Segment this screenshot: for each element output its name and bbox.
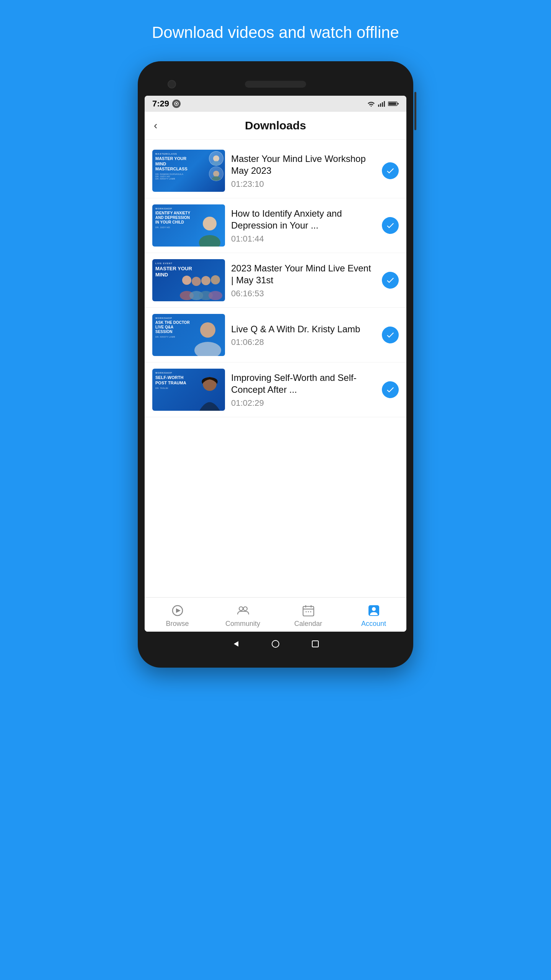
svg-rect-6	[384, 101, 385, 107]
nav-browse-label: Browse	[166, 620, 189, 628]
svg-point-35	[305, 611, 306, 612]
nav-calendar-label: Calendar	[294, 620, 322, 628]
item-title: Master Your Mind Live Workshop May 2023	[231, 153, 376, 176]
svg-point-10	[213, 155, 219, 162]
status-time: 7:29	[152, 99, 169, 109]
system-back-button[interactable]	[231, 639, 240, 648]
phone-frame: 7:29	[138, 61, 413, 668]
item-duration: 01:02:29	[231, 398, 376, 408]
phone-bottom-nav	[145, 632, 406, 652]
nav-community-label: Community	[225, 620, 260, 628]
svg-point-39	[372, 607, 376, 611]
svg-rect-42	[312, 641, 318, 647]
account-icon	[367, 604, 381, 617]
download-check-5	[382, 381, 399, 398]
phone-top	[145, 73, 406, 96]
item-info: How to Identify Anxiety and Depression i…	[231, 207, 376, 243]
svg-point-1	[176, 103, 177, 105]
item-title: 2023 Master Your Mind Live Event | May 3…	[231, 262, 376, 286]
thumbnail-2: WORKSHOP IDENTIFY ANXIETY AND DEPRESSION…	[152, 204, 225, 247]
svg-point-14	[203, 217, 217, 230]
svg-point-12	[213, 171, 219, 177]
svg-rect-5	[382, 102, 383, 107]
svg-marker-28	[176, 608, 181, 613]
svg-point-37	[310, 611, 311, 612]
svg-marker-40	[234, 641, 238, 647]
item-duration: 01:06:28	[231, 337, 376, 347]
list-item[interactable]: WORKSHOP IDENTIFY ANXIETY AND DEPRESSION…	[145, 198, 406, 253]
item-duration: 01:23:10	[231, 179, 376, 189]
list-item[interactable]: WORKSHOP SELF-WORTH POST TRAUMA DR. TASL…	[145, 363, 406, 417]
svg-point-24	[200, 322, 215, 338]
list-item[interactable]: MASTERCLASS MASTER YOUR MIND MASTERCLASS…	[145, 144, 406, 198]
nav-calendar[interactable]: Calendar	[276, 604, 341, 628]
nav-account[interactable]: Account	[341, 604, 406, 628]
thumbnail-3: LIVE EVENT MASTER YOUR MIND	[152, 259, 225, 301]
list-item[interactable]: WORKSHOP ASK THE DOCTOR LIVE Q&A SESSION…	[145, 308, 406, 363]
phone-speaker	[245, 81, 306, 88]
svg-point-2	[371, 106, 372, 107]
front-camera	[168, 80, 176, 88]
thumbnail-1: MASTERCLASS MASTER YOUR MIND MASTERCLASS…	[152, 150, 225, 192]
item-title: Live Q & A With Dr. Kristy Lamb	[231, 323, 376, 335]
svg-point-41	[272, 640, 279, 647]
thumb-title: SELF-WORTH POST TRAUMA	[155, 375, 190, 385]
svg-point-15	[199, 235, 220, 247]
svg-point-16	[182, 276, 191, 285]
community-icon	[236, 604, 250, 617]
item-info: Live Q & A With Dr. Kristy Lamb 01:06:28	[231, 323, 376, 347]
svg-point-29	[239, 607, 243, 611]
thumb-title: IDENTIFY ANXIETY AND DEPRESSION IN YOUR …	[155, 211, 192, 225]
nav-browse[interactable]: Browse	[145, 604, 210, 628]
svg-rect-4	[380, 103, 381, 107]
thumbnail-5: WORKSHOP SELF-WORTH POST TRAUMA DR. TASL…	[152, 369, 225, 411]
svg-point-20	[201, 276, 210, 285]
item-duration: 01:01:44	[231, 234, 376, 244]
svg-point-13	[212, 176, 221, 181]
bottom-nav: Browse Community	[145, 597, 406, 632]
thumbnail-4: WORKSHOP ASK THE DOCTOR LIVE Q&A SESSION…	[152, 314, 225, 356]
thumb-title: MASTER YOUR MIND MASTERCLASS	[155, 156, 190, 172]
spacer	[145, 417, 406, 494]
download-check-4	[382, 327, 399, 343]
list-item[interactable]: LIVE EVENT MASTER YOUR MIND	[145, 253, 406, 308]
phone-screen: 7:29	[145, 96, 406, 632]
nav-community[interactable]: Community	[210, 604, 276, 628]
item-info: Master Your Mind Live Workshop May 2023 …	[231, 153, 376, 189]
download-check-1	[382, 162, 399, 179]
calendar-icon	[302, 604, 315, 617]
status-app-icon	[172, 100, 181, 108]
status-icons	[367, 101, 399, 107]
svg-point-25	[194, 342, 221, 356]
svg-point-23	[209, 291, 222, 300]
signal-icon	[378, 101, 386, 107]
downloads-list: MASTERCLASS MASTER YOUR MIND MASTERCLASS…	[145, 140, 406, 597]
thumb-badge: LIVE EVENT	[155, 262, 222, 265]
system-recents-button[interactable]	[311, 639, 320, 648]
side-button	[414, 92, 416, 130]
svg-point-18	[192, 277, 201, 286]
nav-account-label: Account	[361, 620, 386, 628]
battery-icon	[388, 101, 399, 106]
status-left: 7:29	[152, 99, 181, 109]
download-check-2	[382, 217, 399, 234]
svg-point-30	[243, 607, 247, 611]
page-header: Download videos and watch offline	[121, 0, 430, 61]
item-duration: 06:16:53	[231, 289, 376, 299]
svg-rect-3	[378, 105, 379, 107]
page-title: Downloads	[245, 119, 306, 132]
browse-icon	[171, 604, 184, 617]
svg-point-11	[212, 161, 221, 165]
item-info: Improving Self-Worth and Self-Concept Af…	[231, 372, 376, 408]
item-title: How to Identify Anxiety and Depression i…	[231, 207, 376, 231]
back-button[interactable]: ‹	[154, 119, 157, 132]
svg-rect-8	[389, 103, 396, 105]
thumb-title: ASK THE DOCTOR LIVE Q&A SESSION	[155, 320, 190, 334]
item-title: Improving Self-Worth and Self-Concept Af…	[231, 372, 376, 395]
svg-rect-9	[398, 103, 399, 105]
item-info: 2023 Master Your Mind Live Event | May 3…	[231, 262, 376, 298]
svg-point-22	[211, 275, 220, 284]
wifi-icon	[367, 101, 376, 107]
status-bar: 7:29	[145, 96, 406, 112]
system-home-button[interactable]	[271, 639, 280, 648]
